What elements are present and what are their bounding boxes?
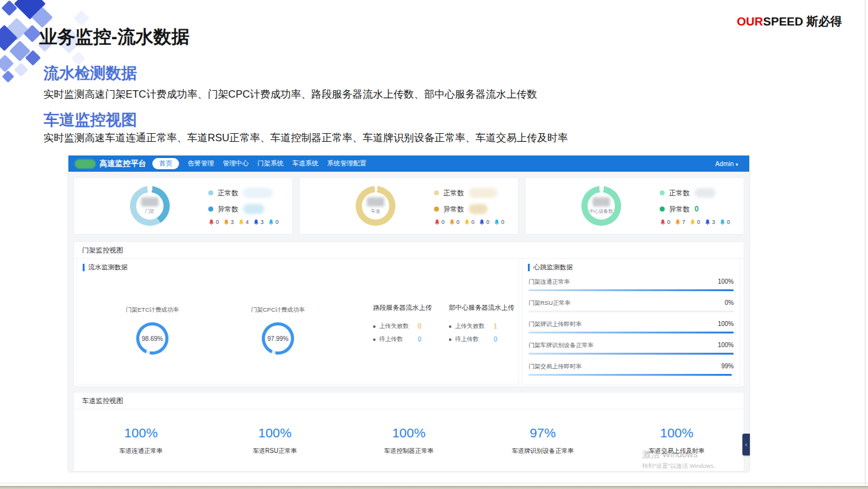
redacted-value [469,204,487,214]
stat-value: 100% [610,426,744,440]
stat-value: 100% [208,426,341,440]
abnormal-dot [208,207,213,212]
alarm-count: 0 [441,219,445,225]
alarm-count: 4 [246,219,249,225]
heartbeat-label: 门架牌识上传即时率 [529,320,582,328]
bell-icon [494,219,500,225]
normal-dot [208,190,213,195]
redacted-value [243,188,273,198]
tab-lane-system[interactable]: 车道系统 [292,159,318,168]
abnormal-label: 异常数 [443,205,464,214]
lane-monitor-panel: 车道监控视图 100%车道连通正常率 100%车道RSU正常率 100%车道控制… [73,392,744,472]
progress-fill [529,289,734,291]
upload-item-label: 上传失败数 [379,322,418,330]
alarm-count: 0 [697,219,700,225]
upload-item-value: 0 [418,336,422,343]
card-legend: 正常数 异常数 0 0 0 0 0 [434,187,509,225]
bullet-dot [373,325,376,328]
donut-center: 中心设备数 [581,186,621,226]
slide-bottom-line [0,483,868,483]
alarm-count: 0 [471,219,474,225]
gauge-etc-success-rate: 98.69% [136,322,169,355]
normal-label: 正常数 [443,189,464,198]
heartbeat-label: 门架车牌识别设备正常率 [529,342,594,350]
alarm-counts: 0 0 0 0 0 [434,219,509,225]
accent-bar [528,264,530,271]
collapse-panel-tab[interactable]: ‹ [742,434,750,455]
tab-home[interactable]: 首页 [152,158,179,169]
bullet-dot [449,338,451,341]
donut-label: 车道 [371,208,380,214]
gauge-label-etc: 门架ETC计费成功率 [106,306,199,314]
redacted-value [469,188,497,198]
flow-section-title: 流水监测数据 [88,263,127,272]
tab-system-config[interactable]: 系统管理配置 [327,159,366,168]
normal-dot [660,190,665,195]
upload-group-title: 路段服务器流水上传 [373,304,446,312]
logo-cn: 斯必得 [806,15,842,28]
abnormal-dot [660,207,665,212]
heartbeat-row: 门架牌识上传即时率100% [529,320,734,333]
progress-track [529,310,734,312]
lane-stats-row: 100%车道连通正常率 100%车道RSU正常率 100%车道控制器正常率 97… [74,409,744,455]
lane-stat: 100%车道连通正常率 [74,426,208,455]
heartbeat-label: 门架交易上传即时率 [529,363,582,371]
chevron-down-icon: ▾ [736,162,738,167]
upload-item-label: 上传失败数 [455,322,494,330]
heartbeat-value: 100% [718,320,734,327]
bell-icon [660,219,666,225]
slide-bottom-bar [0,486,868,489]
bell-icon [208,219,215,225]
alarm-count: 0 [667,219,670,225]
bell-icon [464,219,470,225]
presentation-slide: 业务监控-流水数据 OURSPEED 斯必得 流水检测数据 实时监测高速门架ET… [0,0,868,489]
gantry-monitor-panel: 门架监控视图 流水监测数据 门架ETC计费成功率 98.69% 门架CPC计费成… [73,241,744,387]
progress-track [529,332,734,333]
alarm-count: 3 [712,219,715,225]
bell-icon [223,219,229,225]
donut-center: 门架 [130,186,170,226]
heartbeat-value: 99% [721,363,734,370]
stat-label: 车道RSU正常率 [208,447,341,455]
section-heading-lane: 车道监控视图 [44,109,137,130]
heartbeat-section-title: 心跳监测数据 [533,263,573,272]
heartbeat-label: 门架RSU正常率 [529,299,571,307]
bullet-dot [449,325,451,328]
redacted-value [243,204,264,214]
upload-item-value: 0 [418,323,422,330]
heartbeat-row: 门架车牌识别设备正常率100% [529,342,734,355]
top-navbar: 高速监控平台 首页 告警管理 管理中心 门架系统 车道系统 系统管理配置 Adm… [68,156,749,172]
bullet-dot [373,338,376,341]
alarm-count: 0 [501,219,504,225]
bell-icon [434,219,440,225]
progress-track [529,353,734,355]
lane-donut-chart: 车道 [356,186,395,226]
alarm-count: 0 [486,219,489,225]
redacted-count [593,197,610,207]
normal-label: 正常数 [218,189,238,198]
heartbeat-row: 门架RSU正常率0% [529,299,734,312]
progress-track [529,289,734,291]
heartbeat-row: 门架连通正常率100% [529,278,734,291]
stat-value: 100% [342,426,476,440]
summary-cards-row: 门架 正常数 异常数 0 3 4 3 0 [73,177,744,235]
lane-stat: 100%车道RSU正常率 [208,426,341,455]
user-menu[interactable]: Admin ▾ [715,160,738,167]
alarm-count: 0 [216,219,219,225]
gantry-panel-title: 门架监控视图 [74,242,744,259]
dashboard-screenshot: 高速监控平台 首页 告警管理 管理中心 门架系统 车道系统 系统管理配置 Adm… [68,156,749,472]
upload-group-section-server: 路段服务器流水上传 上传失败数0 待上传数0 [373,304,446,346]
bell-icon [690,219,696,225]
bell-icon [268,219,274,225]
tab-alarm-management[interactable]: 告警管理 [188,159,214,168]
tab-management-center[interactable]: 管理中心 [223,159,249,168]
normal-dot [434,190,439,195]
bell-icon [479,219,485,225]
donut-center: 车道 [356,186,395,226]
lane-stat: 100%车道控制器正常率 [342,426,476,455]
card-legend: 正常数 异常数0 0 7 0 3 0 [660,187,734,225]
bell-icon [449,219,455,225]
logo-our: OUR [737,15,763,28]
tab-gantry-system[interactable]: 门架系统 [257,159,284,168]
stat-value: 97% [476,426,609,440]
